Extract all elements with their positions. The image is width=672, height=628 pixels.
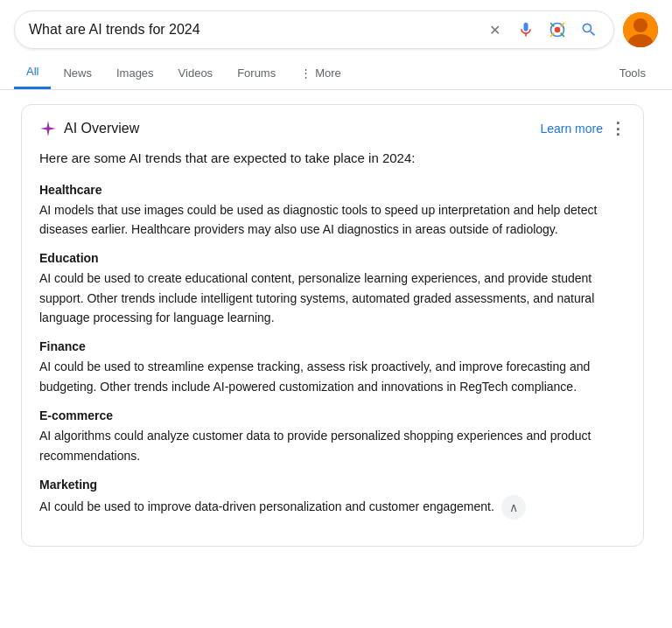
search-bar[interactable]: What are AI trends for 2024: [14, 10, 614, 49]
ai-sparkle-icon: [39, 120, 57, 137]
tab-news[interactable]: News: [51, 58, 104, 88]
trend-desc-finance: AI could be used to streamline expense t…: [39, 357, 626, 396]
search-submit-button[interactable]: [578, 19, 599, 40]
learn-more-link[interactable]: Learn more: [540, 122, 603, 136]
ai-overview-header: AI Overview Learn more ⋮: [39, 119, 626, 138]
more-options-button[interactable]: ⋮: [610, 119, 626, 138]
svg-point-3: [634, 18, 648, 32]
trend-desc-marketing: AI could be used to improve data-driven …: [39, 495, 626, 520]
svg-point-1: [555, 27, 561, 33]
ai-overview-title-group: AI Overview: [39, 120, 139, 137]
search-icons: [484, 19, 599, 40]
trend-desc-education: AI could be used to create educational c…: [39, 269, 626, 327]
ai-overview-actions: Learn more ⋮: [540, 119, 626, 138]
trend-title-marketing: Marketing: [39, 478, 626, 492]
search-bar-container: What are AI trends for 2024: [0, 0, 672, 49]
ai-intro-text: Here are some AI trends that are expecte…: [39, 149, 626, 169]
search-query-text: What are AI trends for 2024: [29, 22, 484, 38]
clear-search-button[interactable]: [484, 19, 505, 40]
tab-videos[interactable]: Videos: [166, 58, 226, 88]
trend-desc-healthcare: AI models that use images could be used …: [39, 200, 626, 240]
voice-search-button[interactable]: [515, 19, 536, 40]
image-search-button[interactable]: [547, 19, 568, 40]
tab-more[interactable]: ⋮ More: [288, 58, 354, 88]
trend-healthcare: Healthcare AI models that use images cou…: [39, 183, 626, 240]
trend-title-finance: Finance: [39, 339, 626, 353]
trend-desc-ecommerce: AI algorithms could analyze customer dat…: [39, 426, 626, 465]
show-less-button[interactable]: [501, 495, 526, 520]
tab-images[interactable]: Images: [104, 58, 166, 88]
tab-all[interactable]: All: [14, 56, 51, 89]
ai-overview-label: AI Overview: [64, 121, 139, 136]
trend-education: Education AI could be used to create edu…: [39, 251, 626, 327]
trend-ecommerce: E-commerce AI algorithms could analyze c…: [39, 408, 626, 465]
tab-forums[interactable]: Forums: [225, 58, 288, 88]
main-content: AI Overview Learn more ⋮ Here are some A…: [0, 90, 665, 561]
trend-title-ecommerce: E-commerce: [39, 408, 626, 422]
ai-overview-card: AI Overview Learn more ⋮ Here are some A…: [21, 104, 644, 547]
tools-button[interactable]: Tools: [607, 58, 658, 88]
trend-finance: Finance AI could be used to streamline e…: [39, 339, 626, 396]
trend-title-education: Education: [39, 251, 626, 265]
trend-marketing: Marketing AI could be used to improve da…: [39, 478, 626, 520]
user-avatar[interactable]: [623, 12, 658, 47]
trend-title-healthcare: Healthcare: [39, 183, 626, 197]
nav-tabs: All News Images Videos Forums ⋮ More Too…: [0, 56, 672, 90]
